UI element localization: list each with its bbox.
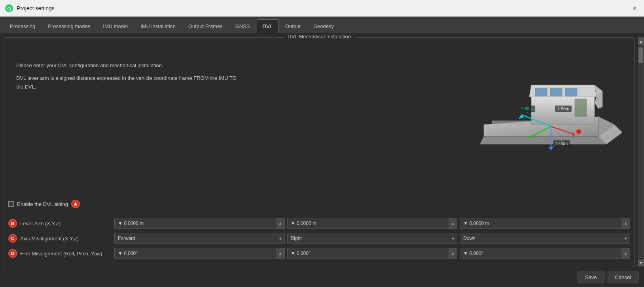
tab-geodesy[interactable]: Geodesy [307, 19, 340, 33]
scroll-down-btn[interactable]: ▼ [638, 260, 644, 266]
fine-roll-up[interactable]: ▲ [276, 248, 285, 259]
axis-misalignment-row: C Axis Misalignment (X,Y,Z) Forward Back… [8, 233, 630, 244]
title-bar: Q Project settings × [0, 0, 644, 17]
tab-processing[interactable]: Processing [4, 19, 41, 33]
tab-imu-model[interactable]: IMU model [97, 19, 134, 33]
svg-text:1.50m: 1.50m [521, 106, 533, 111]
enable-dvl-checkbox[interactable] [8, 201, 14, 207]
fine-roll-wrap: ▲ [114, 248, 285, 259]
description-line2: DVL lever arm is a signed distance expre… [16, 74, 238, 91]
title-bar-left: Q Project settings [5, 4, 55, 13]
tab-dvl[interactable]: DVL [257, 19, 278, 33]
svg-text:Q: Q [7, 6, 11, 11]
svg-marker-20 [549, 147, 553, 150]
boat-visualization: 1.50m 1.50m 1.00m [460, 45, 626, 168]
svg-text:1.50m: 1.50m [557, 106, 570, 111]
fine-misalignment-fields: ▲ ▲ ▲ [114, 248, 630, 259]
fine-yaw-wrap: ▲ [460, 248, 630, 259]
app-icon: Q [5, 4, 13, 13]
svg-rect-10 [535, 88, 547, 96]
badge-a: A [71, 200, 80, 208]
svg-rect-11 [550, 88, 562, 96]
svg-text:1.00m: 1.00m [556, 141, 568, 146]
lever-arm-label: Lever Arm (X,Y,Z) [20, 221, 111, 227]
window-title: Project settings [17, 5, 55, 11]
lever-arm-fields: ▲ ▲ ▲ [114, 218, 630, 229]
fine-yaw-up[interactable]: ▲ [621, 248, 630, 259]
tab-processing-modes[interactable]: Processing modes [42, 19, 96, 33]
fine-pitch-up[interactable]: ▲ [449, 248, 457, 259]
svg-rect-14 [492, 121, 531, 124]
axis-y-wrap: Forward Backward Right Left Up Down ▼ [287, 233, 458, 244]
fine-roll-input[interactable] [114, 248, 285, 259]
lever-arm-x-up[interactable]: ▲ [276, 218, 285, 229]
badge-d: D [8, 249, 17, 258]
lever-arm-y-up[interactable]: ▲ [449, 218, 457, 229]
boat-svg: 1.50m 1.50m 1.00m [460, 45, 626, 168]
badge-c: C [8, 234, 17, 243]
axis-x-wrap: Forward Backward Right Left Up Down ▼ [114, 233, 285, 244]
axis-misalignment-label: Axis Misalignment (X,Y,Z) [20, 236, 111, 242]
tab-output-frames[interactable]: Output Frames [182, 19, 229, 33]
controls-area: Enable the DVL aiding A B Lever Arm (X,Y… [8, 200, 630, 263]
svg-rect-13 [575, 99, 587, 117]
tab-output[interactable]: Output [279, 19, 307, 33]
lever-arm-y-wrap: ▲ [287, 218, 458, 229]
lever-arm-y-input[interactable] [287, 218, 458, 229]
scrollbar-track[interactable] [638, 45, 644, 259]
scroll-up-btn[interactable]: ▲ [638, 38, 644, 45]
save-button[interactable]: Save [578, 272, 604, 283]
svg-point-23 [576, 129, 581, 134]
cancel-button[interactable]: Cancel [608, 272, 638, 283]
lever-arm-x-wrap: ▲ [114, 218, 285, 229]
tabs-bar: Processing Processing modes IMU model IM… [0, 17, 644, 33]
scrollbar-thumb[interactable] [638, 47, 643, 63]
tab-imu-installation[interactable]: IMU installation [134, 19, 182, 33]
axis-x-select[interactable]: Forward Backward Right Left Up Down [114, 233, 285, 244]
enable-dvl-row: Enable the DVL aiding A [8, 200, 630, 212]
badge-b: B [8, 219, 17, 228]
enable-dvl-label: Enable the DVL aiding [17, 201, 68, 207]
fine-pitch-wrap: ▲ [287, 248, 458, 259]
fine-yaw-input[interactable] [460, 248, 630, 259]
svg-rect-12 [565, 88, 577, 96]
description-area: Please enter your DVL configuration and … [16, 61, 238, 91]
axis-z-select[interactable]: Forward Backward Right Left Up Down [460, 233, 630, 244]
axis-z-wrap: Forward Backward Right Left Up Down ▼ [460, 233, 630, 244]
fine-misalignment-row: D Fine Misalignment (Roll, Pitch, Yaw) ▲… [8, 248, 630, 259]
axis-misalignment-fields: Forward Backward Right Left Up Down ▼ Fo… [114, 233, 630, 244]
axis-y-select[interactable]: Forward Backward Right Left Up Down [287, 233, 458, 244]
footer: Save Cancel [0, 267, 644, 287]
fine-pitch-input[interactable] [287, 248, 458, 259]
tab-gnss[interactable]: GNSS [229, 19, 256, 33]
close-button[interactable]: × [630, 3, 639, 13]
scrollbar[interactable]: ▲ ▼ [638, 37, 644, 267]
lever-arm-z-input[interactable] [460, 218, 630, 229]
lever-arm-z-wrap: ▲ [460, 218, 630, 229]
description-line1: Please enter your DVL configuration and … [16, 61, 238, 70]
lever-arm-x-input[interactable] [114, 218, 285, 229]
panel-title: DVL Mechanical Installation [284, 34, 355, 40]
lever-arm-z-up[interactable]: ▲ [621, 218, 630, 229]
svg-marker-3 [480, 136, 606, 144]
fine-misalignment-label: Fine Misalignment (Roll, Pitch, Yaw) [20, 251, 111, 257]
lever-arm-row: B Lever Arm (X,Y,Z) ▲ ▲ ▲ [8, 218, 630, 229]
dvl-panel: DVL Mechanical Installation [4, 37, 635, 267]
